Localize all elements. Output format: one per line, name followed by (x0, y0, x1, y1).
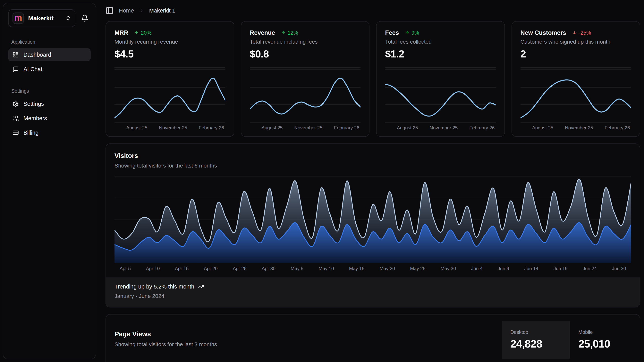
sparkline-axis: August 25November 25February 26 (250, 124, 361, 131)
axis-label: August 25 (262, 125, 283, 131)
workspace-selector[interactable]: m Makerkit (8, 10, 76, 27)
chat-icon (12, 66, 19, 72)
axis-label: Jun 14 (524, 266, 538, 271)
main-content: Home Makerkit 1 MRR 20% Monthly recurrin… (106, 0, 640, 362)
axis-label: Jun 9 (498, 266, 509, 271)
sidebar-header: m Makerkit (8, 10, 91, 27)
axis-label: Apr 25 (233, 266, 246, 271)
axis-label: May 30 (440, 266, 456, 271)
visitors-area-chart (114, 176, 631, 263)
sidebar-item-label: Dashboard (24, 52, 51, 58)
divider (114, 67, 225, 68)
card-subtitle: Total revenue including fees (250, 39, 361, 45)
sparkline-axis: August 25November 25February 26 (114, 124, 225, 131)
axis-label: May 25 (410, 266, 426, 271)
breadcrumb-current: Makerkit 1 (149, 8, 175, 14)
sparkline-chart (114, 68, 225, 124)
trend-badge: 9% (405, 30, 419, 36)
axis-label: Apr 15 (175, 266, 189, 271)
page-views-subtitle: Showing total visitors for the last 3 mo… (114, 341, 493, 347)
axis-label: Jun 19 (554, 266, 568, 271)
arrow-up-icon (281, 31, 286, 35)
dashboard-icon (12, 52, 19, 58)
sparkline-chart (520, 68, 631, 124)
brand-name: Makerkit (28, 15, 54, 22)
axis-label: February 26 (469, 125, 494, 131)
stat-card-fees: Fees 9% Total fees collected $1.2 August… (376, 21, 505, 137)
stat-card-revenue: Revenue 12% Total revenue including fees… (241, 21, 370, 137)
sidebar-item-members[interactable]: Members (8, 112, 91, 125)
visitors-footer: Trending up by 5.2% this month January -… (106, 277, 640, 307)
arrow-up-icon (405, 31, 410, 35)
stat-card-new-customers: New Customers -25% Customers who signed … (512, 21, 640, 137)
sidebar-item-billing[interactable]: Billing (8, 126, 91, 139)
axis-label: Jun 24 (583, 266, 597, 271)
visitors-date-range: January - June 2024 (114, 293, 631, 299)
visitors-card: Visitors Showing total visitors for the … (106, 143, 640, 307)
bell-icon (81, 15, 88, 22)
chevrons-up-down-icon (65, 15, 71, 21)
notifications-button[interactable] (79, 12, 91, 24)
page-views-card: Page Views Showing total visitors for th… (106, 314, 640, 362)
sidebar-item-label: Members (24, 115, 47, 122)
axis-label: November 25 (565, 125, 593, 131)
users-icon (12, 115, 19, 121)
axis-label: May 10 (318, 266, 334, 271)
stat-cards-row: MRR 20% Monthly recurring revenue $4.5 A… (106, 21, 640, 137)
section-label-application: Application (11, 39, 91, 45)
axis-label: February 26 (605, 125, 630, 131)
card-title: Revenue (250, 29, 275, 36)
desktop-label: Desktop (510, 329, 561, 335)
card-title: Fees (385, 29, 399, 36)
sidebar-item-label: Settings (24, 101, 44, 107)
card-subtitle: Total fees collected (385, 39, 496, 45)
trend-badge: -25% (572, 30, 591, 36)
card-value: $0.8 (250, 48, 361, 60)
axis-label: Apr 30 (262, 266, 276, 271)
desktop-value: 24,828 (510, 337, 561, 350)
mobile-label: Mobile (578, 329, 629, 335)
arrow-down-icon (572, 31, 577, 35)
sidebar-item-dashboard[interactable]: Dashboard (8, 48, 91, 61)
arrow-up-icon (134, 31, 139, 35)
page-views-toggles: Desktop 24,828 Mobile 25,010 (502, 314, 640, 362)
axis-label: November 25 (294, 125, 322, 131)
chevron-right-icon (139, 8, 144, 13)
sidebar-item-label: AI Chat (24, 66, 42, 73)
axis-label: Jun 30 (612, 266, 626, 271)
card-subtitle: Monthly recurring revenue (114, 39, 225, 45)
axis-label: Apr 10 (146, 266, 160, 271)
desktop-toggle[interactable]: Desktop 24,828 (502, 321, 570, 359)
divider (385, 67, 496, 68)
stat-card-mrr: MRR 20% Monthly recurring revenue $4.5 A… (106, 21, 234, 137)
sidebar-item-ai-chat[interactable]: AI Chat (8, 63, 91, 76)
trend-badge: 12% (281, 30, 298, 36)
card-subtitle: Customers who signed up this month (520, 39, 631, 45)
sparkline-axis: August 25November 25February 26 (520, 124, 631, 131)
axis-label: Apr 5 (120, 266, 131, 271)
card-value: $4.5 (114, 48, 225, 60)
section-label-settings: Settings (11, 88, 91, 94)
sidebar-toggle-button[interactable] (106, 7, 114, 15)
sidebar: m Makerkit Application Dashboard AI Chat… (3, 3, 96, 359)
sparkline-chart (385, 68, 496, 124)
divider (250, 67, 361, 68)
divider (520, 67, 631, 68)
trending-up-icon (198, 284, 204, 290)
visitors-subtitle: Showing total visitors for the last 6 mo… (114, 163, 631, 169)
axis-label: August 25 (126, 125, 147, 131)
axis-label: August 25 (397, 125, 418, 131)
sidebar-item-settings[interactable]: Settings (8, 97, 91, 110)
sidebar-item-label: Billing (24, 130, 38, 136)
makerkit-logo: m (12, 13, 24, 24)
axis-label: February 26 (199, 125, 224, 131)
breadcrumb-home[interactable]: Home (119, 8, 134, 14)
axis-label: May 5 (291, 266, 304, 271)
axis-label: May 20 (380, 266, 395, 271)
axis-label: May 15 (349, 266, 364, 271)
card-title: New Customers (520, 29, 566, 36)
axis-label: Apr 20 (204, 266, 218, 271)
mobile-toggle[interactable]: Mobile 25,010 (570, 321, 638, 359)
trend-badge: 20% (134, 30, 152, 36)
sparkline-axis: August 25November 25February 26 (385, 124, 496, 131)
